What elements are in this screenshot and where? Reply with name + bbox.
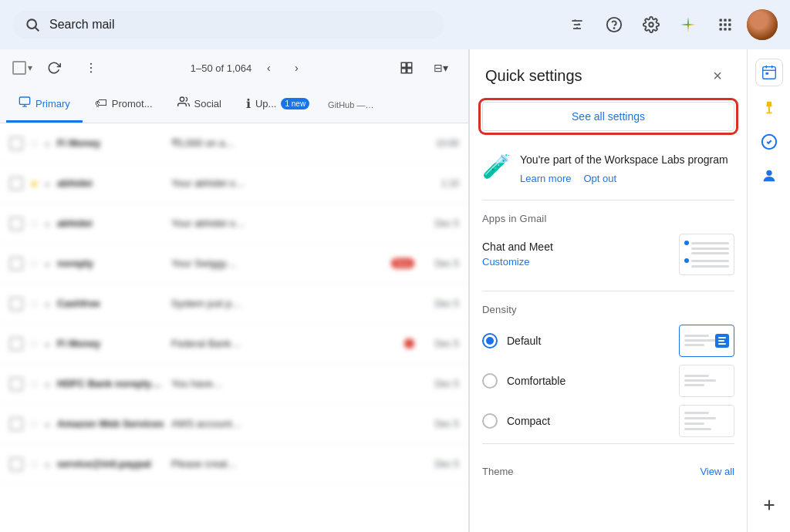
help-icon[interactable] [599, 9, 630, 40]
star-icon[interactable]: ☆ [29, 217, 39, 230]
email-subject: AWS account… [171, 418, 414, 429]
email-subject: Your abhidei o… [171, 217, 414, 229]
row-checkbox[interactable] [9, 377, 23, 391]
tab-primary-icon [19, 96, 31, 111]
see-all-settings-button[interactable]: See all settings [482, 102, 734, 131]
email-list: ☆ ▸ Fi Money ₹5,000 on a… 10:00 ★ ▸ abhi… [0, 123, 468, 532]
svg-point-0 [27, 19, 36, 29]
tab-promotions-icon: 🏷 [95, 96, 107, 110]
chat-meet-preview-icon [679, 234, 734, 275]
table-row[interactable]: ★ ▸ abhidei Your abhidei o… 1:10 [0, 163, 468, 204]
select-all-checkbox[interactable]: ▾ [12, 61, 32, 75]
email-subject: System just p… [171, 298, 414, 309]
density-option-comfortable[interactable]: Comfortable [482, 365, 734, 397]
svg-rect-24 [407, 62, 412, 67]
learn-more-link[interactable]: Learn more [520, 173, 571, 184]
svg-point-20 [90, 63, 92, 65]
next-page-icon[interactable]: › [285, 57, 307, 79]
row-checkbox[interactable] [9, 217, 23, 231]
checkbox-dropdown-icon[interactable]: ▾ [28, 62, 32, 73]
keep-icon[interactable] [754, 93, 785, 123]
row-checkbox[interactable] [9, 297, 23, 311]
important-icon: ▸ [46, 137, 51, 150]
table-row[interactable]: ☆ ▸ noreply Your Swiggy… New Dec 5 [0, 244, 468, 284]
star-icon[interactable]: ★ [29, 177, 39, 190]
density-default-radio[interactable] [482, 333, 498, 348]
workspace-labs-banner: 🧪 You're part of the Workspace Labs prog… [470, 143, 747, 194]
svg-rect-25 [401, 69, 406, 73]
email-sender: Cashfree [57, 298, 165, 309]
layout-view-icon[interactable] [391, 52, 422, 83]
row-checkbox[interactable] [9, 136, 23, 150]
row-checkbox[interactable] [9, 417, 23, 431]
svg-rect-18 [724, 28, 726, 30]
density-compact-left: Compact [482, 413, 550, 429]
row-checkbox[interactable] [9, 457, 23, 471]
row-checkbox[interactable] [9, 177, 23, 190]
star-icon[interactable]: ☆ [29, 137, 39, 150]
density-option-default[interactable]: Default [482, 325, 734, 357]
filter-icon[interactable] [562, 9, 592, 40]
search-icon [25, 17, 40, 32]
star-icon[interactable]: ☆ [29, 458, 39, 470]
important-icon: ▸ [46, 418, 51, 430]
gemini-icon[interactable] [673, 9, 704, 40]
more-options-icon[interactable] [76, 52, 106, 83]
star-icon[interactable]: ☆ [29, 258, 39, 270]
toolbar-right: ⊟▾ [391, 52, 456, 83]
row-checkbox[interactable] [9, 337, 23, 351]
star-icon[interactable]: ☆ [29, 338, 39, 350]
avatar[interactable] [747, 9, 778, 40]
star-icon[interactable]: ☆ [29, 418, 39, 430]
table-row[interactable]: ☆ ▸ Fi Money Federal Bank… ! Dec 5 [0, 324, 468, 364]
main-area: ▾ 1–50 of 1,064 [0, 49, 790, 532]
email-date: Dec 5 [420, 298, 459, 309]
reading-pane-icon[interactable]: ⊟▾ [425, 52, 456, 83]
table-row[interactable]: ☆ ▸ Fi Money ₹5,000 on a… 10:00 [0, 123, 468, 163]
search-input-wrap[interactable]: Search mail [12, 11, 444, 39]
table-row[interactable]: ☆ ▸ service@intl.paypal Please creat… De… [0, 444, 468, 484]
density-option-compact[interactable]: Compact [482, 405, 734, 437]
opt-out-link[interactable]: Opt out [583, 173, 616, 184]
svg-line-1 [35, 28, 39, 32]
density-compact-label: Compact [507, 415, 550, 427]
apps-grid-icon[interactable] [710, 9, 741, 40]
theme-view-all-link[interactable]: View all [700, 466, 734, 477]
tabs: Primary 🏷 Promot... Social ℹ [0, 86, 468, 123]
email-date: 1:10 [420, 178, 459, 189]
email-sender: noreply [57, 258, 165, 269]
customize-link[interactable]: Customize [482, 256, 553, 268]
star-icon[interactable]: ☆ [29, 378, 39, 390]
tab-updates[interactable]: ℹ Up... 1 new [234, 86, 322, 123]
email-date: Dec 5 [420, 258, 459, 269]
contacts-icon[interactable] [754, 160, 785, 191]
tasks-icon[interactable] [754, 126, 785, 157]
add-app-button[interactable] [761, 497, 778, 526]
svg-rect-27 [19, 97, 29, 104]
star-icon[interactable]: ☆ [29, 298, 39, 310]
tab-promotions[interactable]: 🏷 Promot... [83, 86, 165, 123]
svg-rect-36 [768, 106, 770, 112]
table-row[interactable]: ☆ ▸ Amazon Web Services AWS account… Dec… [0, 404, 468, 444]
table-row[interactable]: ☆ ▸ Cashfree System just p… Dec 5 [0, 284, 468, 324]
svg-rect-19 [728, 28, 731, 30]
settings-icon[interactable] [636, 9, 667, 40]
radio-inner-fill [486, 337, 494, 345]
density-comfortable-radio[interactable] [482, 373, 498, 389]
theme-row: Theme View all [482, 456, 734, 477]
quick-settings-close-icon[interactable]: × [704, 62, 731, 89]
prev-page-icon[interactable]: ‹ [258, 57, 279, 79]
refresh-icon[interactable] [39, 52, 69, 83]
table-row[interactable]: ☆ ▸ HDFC Bank noreply… You have… Dec 5 [0, 364, 468, 404]
new-badge: New [391, 258, 414, 268]
tab-primary[interactable]: Primary [6, 86, 83, 123]
density-compact-radio[interactable] [482, 413, 498, 429]
email-sender: Fi Money [57, 338, 165, 349]
tab-promotions-label: Promot... [112, 98, 153, 109]
row-checkbox[interactable] [9, 257, 23, 271]
table-row[interactable]: ☆ ▸ abhidei Your abhidei o… Dec 5 [0, 204, 468, 244]
important-badge: ! [404, 338, 414, 348]
tab-social[interactable]: Social [165, 86, 234, 123]
calendar-icon[interactable] [755, 59, 783, 86]
email-date: 10:00 [420, 138, 459, 149]
